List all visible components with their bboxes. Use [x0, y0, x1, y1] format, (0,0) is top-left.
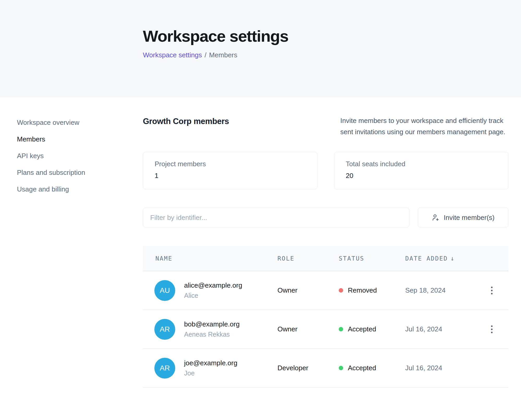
avatar: AR: [154, 358, 175, 379]
sidebar-item-usage-and-billing[interactable]: Usage and billing: [17, 185, 143, 193]
filter-input[interactable]: [143, 208, 409, 227]
member-name: Alice: [184, 292, 242, 299]
sidebar-item-plans-and-subscription[interactable]: Plans and subscription: [17, 169, 143, 177]
table-row: AR joe@example.org Joe Developer Accepte…: [143, 349, 508, 388]
column-header-status: STATUS: [339, 255, 405, 262]
invite-members-button[interactable]: Invite member(s): [418, 208, 508, 227]
member-role: Developer: [277, 364, 339, 372]
breadcrumb-separator: /: [204, 51, 206, 59]
table-header-row: NAME ROLE STATUS DATE ADDED ↓: [143, 246, 508, 271]
sidebar-item-members[interactable]: Members: [17, 135, 143, 143]
member-name: Joe: [184, 369, 237, 377]
page-title: Workspace settings: [143, 27, 521, 45]
table-row: AU alice@example.org Alice Owner Removed…: [143, 271, 508, 310]
column-header-date-added[interactable]: DATE ADDED ↓: [405, 255, 475, 262]
section-description: Invite members to your workspace and eff…: [340, 115, 508, 138]
stat-label: Project members: [155, 160, 306, 168]
stat-card-project-members: Project members 1: [143, 152, 317, 189]
breadcrumb-link-workspace-settings[interactable]: Workspace settings: [143, 51, 202, 59]
member-status-cell: Removed: [339, 286, 405, 294]
member-date-added: Sep 18, 2024: [405, 286, 475, 294]
stat-value: 1: [155, 172, 306, 180]
row-menu-button[interactable]: [488, 283, 496, 298]
member-role: Owner: [277, 325, 339, 333]
member-status-cell: Accepted: [339, 364, 405, 372]
member-status: Accepted: [348, 325, 376, 333]
settings-nav: Workspace overview Members API keys Plan…: [0, 97, 143, 388]
section-heading: Growth Corp members: [143, 117, 229, 126]
invite-members-label: Invite member(s): [444, 214, 494, 222]
member-status-cell: Accepted: [339, 325, 405, 333]
member-email: joe@example.org: [184, 359, 237, 367]
sidebar-item-workspace-overview[interactable]: Workspace overview: [17, 119, 143, 127]
members-table: NAME ROLE STATUS DATE ADDED ↓ AU alice@e…: [143, 246, 508, 388]
row-menu-button[interactable]: [488, 322, 496, 336]
member-email: bob@example.org: [184, 320, 240, 328]
column-header-role: ROLE: [277, 255, 339, 262]
status-dot: [339, 288, 343, 293]
member-role: Owner: [277, 286, 339, 294]
member-email: alice@example.org: [184, 281, 242, 289]
breadcrumb: Workspace settings/Members: [143, 51, 521, 59]
member-status: Removed: [348, 286, 377, 294]
avatar: AU: [154, 280, 175, 301]
sort-descending-icon: ↓: [450, 255, 455, 262]
breadcrumb-current: Members: [209, 51, 237, 59]
members-page: Growth Corp members Invite members to yo…: [143, 97, 508, 388]
member-status: Accepted: [348, 364, 376, 372]
user-plus-icon: [432, 214, 439, 221]
member-name: Aeneas Rekkas: [184, 331, 240, 338]
status-dot: [339, 327, 343, 331]
status-dot: [339, 366, 343, 370]
stat-label: Total seats included: [346, 160, 497, 168]
member-date-added: Jul 16, 2024: [405, 364, 475, 372]
table-row: AR bob@example.org Aeneas Rekkas Owner A…: [143, 310, 508, 349]
table-body: AU alice@example.org Alice Owner Removed…: [143, 271, 508, 388]
stats-row: Project members 1 Total seats included 2…: [143, 152, 508, 189]
page-header: Workspace settings Workspace settings/Me…: [0, 0, 521, 97]
stat-value: 20: [346, 172, 497, 180]
member-date-added: Jul 16, 2024: [405, 325, 475, 333]
stat-card-total-seats: Total seats included 20: [334, 152, 508, 189]
column-header-name: NAME: [143, 255, 277, 262]
sidebar-item-api-keys[interactable]: API keys: [17, 152, 143, 160]
avatar: AR: [154, 319, 175, 340]
